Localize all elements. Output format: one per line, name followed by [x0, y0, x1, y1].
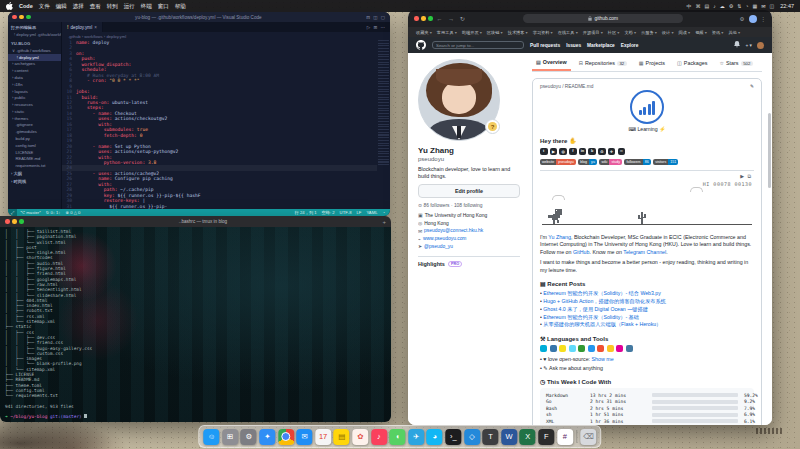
window-controls[interactable]	[5, 219, 24, 224]
detail-text[interactable]: www.pseudoyu.com	[423, 236, 467, 241]
dock-app-icon[interactable]: ▤	[334, 429, 350, 445]
dock-app-icon[interactable]: F	[538, 429, 554, 445]
notifications-bell-icon[interactable]	[734, 41, 740, 49]
explorer-file[interactable]: › archetypes	[8, 61, 61, 68]
detail-text[interactable]: pseudoyu@connect.hku.hk	[424, 228, 483, 233]
social-icon[interactable]: t	[540, 148, 548, 156]
bookmark-folder[interactable]: 开源项目	[583, 30, 603, 35]
explorer-file[interactable]: ! deploy.yml	[8, 54, 61, 61]
edit-profile-button[interactable]: Edit profile	[418, 184, 520, 198]
close-button[interactable]	[414, 16, 419, 21]
sidebar-section[interactable]: › 时间线	[8, 177, 61, 185]
explorer-file[interactable]: .gitmodules	[8, 128, 61, 135]
bookmark-folder[interactable]: 常用工具	[437, 30, 457, 35]
menu-item[interactable]: 选择	[73, 3, 84, 10]
bookmark-folder[interactable]: 其他	[728, 30, 740, 35]
dock-app-icon[interactable]: X	[520, 429, 536, 445]
status-item[interactable]: 行 24，列 1	[295, 210, 317, 215]
github-nav-link[interactable]: Pull requests	[530, 43, 560, 48]
menu-item[interactable]: 文件	[39, 3, 50, 10]
explorer-file[interactable]: › public	[8, 94, 61, 101]
menu-item[interactable]: 转到	[107, 3, 118, 10]
profile-tab[interactable]: ▦ Projects	[635, 57, 669, 71]
profile-tab[interactable]: ⊟ Repositories 32	[575, 57, 631, 71]
open-editor-item[interactable]: ! deploy.yml .github/workflows	[8, 31, 61, 39]
window-controls[interactable]	[12, 15, 31, 20]
dock-app-icon[interactable]: ◕	[427, 429, 443, 445]
browser-menu-icon[interactable]: ⋮	[761, 16, 767, 22]
social-icon[interactable]: b	[588, 148, 596, 156]
dock-app-icon[interactable]: #	[557, 429, 573, 445]
explorer-file[interactable]: LICENSE	[8, 149, 61, 156]
window-controls[interactable]	[414, 16, 433, 21]
recent-post-link[interactable]: Ethereum 智能合约开发（Solidity）- 基础	[540, 314, 754, 322]
new-tab-icon[interactable]: +	[382, 219, 386, 225]
explorer-file[interactable]: config.toml	[8, 142, 61, 149]
bookmark-folder[interactable]: 在线工具	[558, 30, 578, 35]
bookmark-folder[interactable]: 文档	[624, 30, 636, 35]
open-editors-header[interactable]: 打开的编辑器	[8, 23, 61, 31]
github-nav-link[interactable]: Marketplace	[587, 43, 615, 48]
shield-badge[interactable]: wikistudy	[599, 159, 622, 165]
close-button[interactable]	[12, 15, 17, 20]
recent-post-link[interactable]: Hugo + GitHub Action，搭建你的博客自动化发布系统	[540, 298, 754, 306]
detail-text[interactable]: @pseudo_yu	[424, 244, 453, 249]
status-item[interactable]: ↻ 0↓ 1↑	[46, 210, 61, 215]
layout-toggle-icons[interactable]: ⊟ ◫ ▢	[366, 15, 386, 20]
dock-app-icon[interactable]: ✉	[297, 429, 313, 445]
explorer-file[interactable]: .gitignore	[8, 122, 61, 129]
menu-item[interactable]: 编辑	[56, 3, 67, 10]
detail-text[interactable]: Hong Kong	[424, 221, 448, 226]
bookmark-folder[interactable]: 区块链	[487, 30, 503, 35]
menu-item[interactable]: 终端	[141, 3, 152, 10]
social-icon[interactable]: in	[579, 148, 587, 156]
explorer-file[interactable]: ∨ .github / workflows	[8, 47, 61, 54]
minimize-button[interactable]	[421, 16, 426, 21]
browser-nav-icons[interactable]: ← → ↻	[437, 15, 467, 22]
dock-app-icon[interactable]: 17	[315, 429, 331, 445]
project-header[interactable]: YU-BLOG	[8, 39, 61, 47]
explorer-file[interactable]: › i18n	[8, 81, 61, 88]
status-icon[interactable]: ◫	[770, 3, 775, 9]
bookmark-folder[interactable]: 资讯	[712, 30, 724, 35]
terminal-content[interactable]: │ │ ├── taillist.html│ │ ├── pagination.…	[0, 227, 391, 422]
dock-app-icon[interactable]: W	[501, 429, 517, 445]
dino-game-widget[interactable]: ▶ ⧉ HI 00078 00130	[540, 173, 754, 231]
shield-badge[interactable]: followers86	[624, 159, 650, 165]
bookmark-folder[interactable]: 技术博客	[508, 30, 528, 35]
status-icon[interactable]: ☁	[720, 3, 725, 9]
social-icon[interactable]: ⊙	[598, 148, 606, 156]
dock-trash-icon[interactable]: ⌫	[580, 429, 596, 445]
zoom-button[interactable]	[26, 15, 31, 20]
minimap[interactable]	[378, 40, 389, 165]
status-item[interactable]: ⊗ 0 △ 0	[65, 210, 80, 215]
menubar-clock[interactable]: 22:47	[780, 3, 794, 9]
social-icon[interactable]: f	[569, 148, 577, 156]
status-item[interactable]: LF	[356, 210, 361, 215]
tab-close-icon[interactable]: ×	[94, 25, 97, 30]
github-search-input[interactable]: Search or jump to...	[432, 41, 524, 50]
dock-app-icon[interactable]	[278, 429, 294, 445]
page-scrollbar[interactable]	[768, 113, 771, 188]
github-user-avatar[interactable]	[757, 42, 764, 49]
menubar-app-name[interactable]: Code	[19, 3, 33, 9]
status-icon[interactable]: ⇅	[737, 3, 741, 9]
status-item[interactable]: ◔	[382, 210, 385, 215]
dock-app-icon[interactable]: ✿	[352, 429, 368, 445]
explorer-file[interactable]: build.py	[8, 135, 61, 142]
explorer-file[interactable]: › static	[8, 108, 61, 115]
edit-readme-pencil-icon[interactable]: ✎	[750, 84, 754, 89]
menu-item[interactable]: 查看	[90, 3, 101, 10]
status-item[interactable]: YAML	[366, 210, 377, 215]
code-editor[interactable]: 1name: deploy 2 3on: 4 push:	[62, 40, 377, 209]
dock-app-icon[interactable]: ☺	[204, 429, 220, 445]
bookmark-folder[interactable]: 社区	[608, 30, 620, 35]
zoom-button[interactable]	[428, 16, 433, 21]
dino-controls[interactable]: ▶ ⧉	[740, 173, 752, 180]
minimize-button[interactable]	[12, 219, 17, 224]
dock-app-icon[interactable]: ◇	[464, 429, 480, 445]
status-item[interactable]: UTF-8	[340, 210, 352, 215]
readme-path[interactable]: pseudoyu / README.md	[540, 84, 593, 89]
bookmark-folder[interactable]: 云服务	[641, 30, 657, 35]
bookmark-folder[interactable]: 前端开发	[462, 30, 482, 35]
